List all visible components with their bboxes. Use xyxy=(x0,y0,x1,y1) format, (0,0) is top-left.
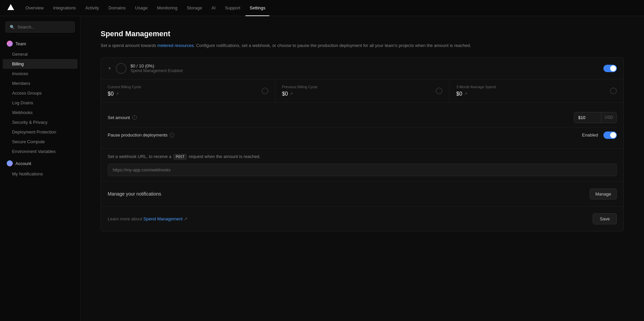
previous-billing-cycle: Previous Billing Cycle $0 ↗ xyxy=(275,79,450,102)
sidebar-item-invoices[interactable]: Invoices xyxy=(3,69,77,78)
layout: 🔍 Team General Billing Invoices Members … xyxy=(0,16,644,321)
account-section: Account My Notifications xyxy=(0,158,80,179)
current-billing-cycle: Current Billing Cycle $0 ↗ xyxy=(101,79,275,102)
post-badge: POST xyxy=(173,154,187,160)
account-label: Account xyxy=(15,161,31,166)
notifications-label: Manage your notifications xyxy=(108,191,590,197)
account-avatar xyxy=(7,160,13,166)
sidebar-item-webhooks[interactable]: Webhooks xyxy=(3,108,77,117)
team-label: Team xyxy=(15,41,26,46)
nav-domains[interactable]: Domains xyxy=(104,3,129,13)
main-content: Spend Management Set a spend amount towa… xyxy=(80,16,644,321)
circle-icon xyxy=(116,63,126,74)
spend-status-label: Spend Management Enabled xyxy=(130,68,603,73)
sidebar-item-deployment-protection[interactable]: Deployment Protection xyxy=(3,127,77,137)
sidebar-item-general[interactable]: General xyxy=(3,49,77,59)
sidebar-item-log-drains[interactable]: Log Drains xyxy=(3,98,77,108)
current-cycle-radio[interactable] xyxy=(262,88,268,94)
set-amount-info-icon[interactable]: i xyxy=(132,115,137,120)
average-spend-amount: $0 ↗ xyxy=(456,91,496,97)
set-amount-row: Set amount i USD xyxy=(108,108,617,127)
form-section: Set amount i USD Pause production deploy… xyxy=(101,103,624,149)
nav-settings[interactable]: Settings xyxy=(246,3,269,13)
save-button[interactable]: Save xyxy=(593,213,617,224)
footer-description: Learn more about Spend Management ↗ xyxy=(108,216,593,221)
nav-monitoring[interactable]: Monitoring xyxy=(153,3,181,13)
notifications-row: Manage your notifications Manage xyxy=(101,181,624,206)
svg-marker-0 xyxy=(7,4,14,10)
average-spend-label: 3 Month Average Spend xyxy=(456,85,496,89)
nav-usage[interactable]: Usage xyxy=(131,3,152,13)
current-cycle-label: Current Billing Cycle xyxy=(108,85,141,89)
search-box[interactable]: 🔍 xyxy=(5,21,75,33)
sidebar-item-billing[interactable]: Billing xyxy=(3,59,77,69)
nav-overview[interactable]: Overview xyxy=(21,3,48,13)
toggle-knob xyxy=(610,65,616,71)
pause-deployments-control: Enabled xyxy=(582,131,617,139)
logo[interactable] xyxy=(7,3,15,12)
metered-resources-link[interactable]: metered resources xyxy=(157,43,194,48)
nav-storage[interactable]: Storage xyxy=(183,3,206,13)
manage-button[interactable]: Manage xyxy=(590,189,617,200)
page-description: Set a spend amount towards metered resou… xyxy=(101,42,624,49)
search-icon: 🔍 xyxy=(10,25,15,30)
sidebar-item-access-groups[interactable]: Access Groups xyxy=(3,88,77,98)
previous-cycle-label: Previous Billing Cycle xyxy=(282,85,318,89)
previous-cycle-amount: $0 ↗ xyxy=(282,91,318,97)
team-section-header: Team xyxy=(0,38,80,49)
webhook-section: Set a webhook URL, to receive a POST req… xyxy=(101,149,624,181)
current-cycle-info: Current Billing Cycle $0 ↗ xyxy=(108,85,141,97)
enabled-label: Enabled xyxy=(582,132,598,138)
amount-input-group: USD xyxy=(574,112,617,123)
footer-row: Learn more about Spend Management ↗ Save xyxy=(101,206,624,231)
previous-cycle-link[interactable]: ↗ xyxy=(290,92,293,96)
sidebar-item-my-notifications[interactable]: My Notifications xyxy=(3,169,77,179)
billing-cycles: Current Billing Cycle $0 ↗ Previous Bill… xyxy=(101,79,624,103)
nav-activity[interactable]: Activity xyxy=(81,3,103,13)
average-spend-info: 3 Month Average Spend $0 ↗ xyxy=(456,85,496,97)
set-amount-control: USD xyxy=(574,112,617,123)
sidebar: 🔍 Team General Billing Invoices Members … xyxy=(0,16,80,321)
pause-toggle-knob xyxy=(610,132,616,138)
pause-deployments-toggle[interactable] xyxy=(603,131,617,139)
pause-deployments-row: Pause production deployments i Enabled xyxy=(108,127,617,143)
average-spend-link[interactable]: ↗ xyxy=(464,92,467,96)
previous-cycle-info: Previous Billing Cycle $0 ↗ xyxy=(282,85,318,97)
top-nav: Overview Integrations Activity Domains U… xyxy=(0,0,644,16)
nav-support[interactable]: Support xyxy=(221,3,245,13)
current-cycle-amount: $0 ↗ xyxy=(108,91,141,97)
search-input[interactable] xyxy=(17,24,70,30)
spend-management-link[interactable]: Spend Management xyxy=(143,216,182,221)
team-section: Team General Billing Invoices Members Ac… xyxy=(0,38,80,156)
webhook-input[interactable] xyxy=(108,164,617,176)
average-spend-radio[interactable] xyxy=(610,88,617,94)
chevron-icon[interactable]: ▼ xyxy=(108,66,112,71)
webhook-description: Set a webhook URL, to receive a POST req… xyxy=(108,154,617,160)
average-spend: 3 Month Average Spend $0 ↗ xyxy=(449,79,624,102)
nav-ai[interactable]: AI xyxy=(207,3,219,13)
spend-management-toggle[interactable] xyxy=(603,65,617,72)
account-section-header: Account xyxy=(0,158,80,169)
sidebar-item-members[interactable]: Members xyxy=(3,78,77,88)
spend-info: $0 / 10 (0%) Spend Management Enabled xyxy=(130,63,603,73)
team-avatar xyxy=(7,41,13,47)
pause-deployments-label: Pause production deployments i xyxy=(108,132,582,138)
page-title: Spend Management xyxy=(101,30,624,38)
currency-suffix: USD xyxy=(601,112,616,123)
spend-header-row: ▼ $0 / 10 (0%) Spend Management Enabled xyxy=(101,58,624,79)
amount-input[interactable] xyxy=(574,112,601,123)
sidebar-item-secure-compute[interactable]: Secure Compute xyxy=(3,137,77,147)
previous-cycle-radio[interactable] xyxy=(436,88,442,94)
sidebar-item-env-vars[interactable]: Environment Variables xyxy=(3,147,77,156)
set-amount-label: Set amount i xyxy=(108,115,574,120)
spend-amount-label: $0 / 10 (0%) xyxy=(130,63,603,68)
sidebar-item-security[interactable]: Security & Privacy xyxy=(3,117,77,127)
current-cycle-link[interactable]: ↗ xyxy=(116,92,119,96)
nav-integrations[interactable]: Integrations xyxy=(49,3,80,13)
pause-deployments-info-icon[interactable]: i xyxy=(170,133,174,138)
spend-management-card: ▼ $0 / 10 (0%) Spend Management Enabled … xyxy=(101,57,624,231)
